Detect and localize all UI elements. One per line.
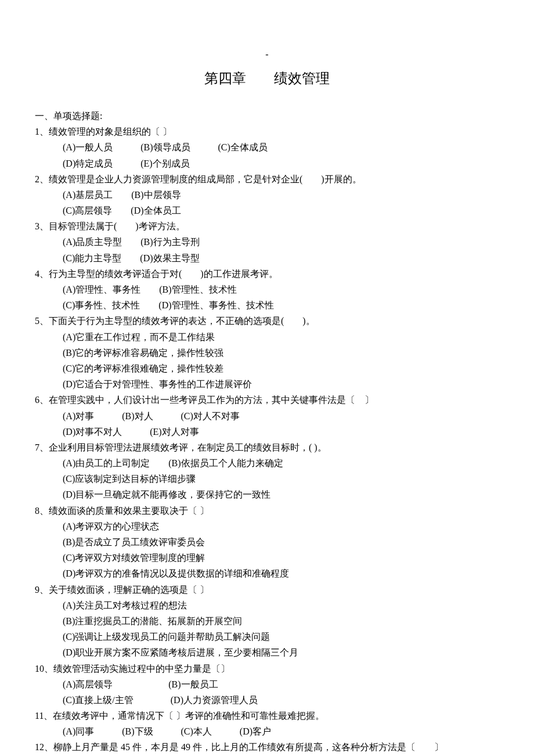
option-line: (C)直接上级/主管 (D)人力资源管理人员 bbox=[35, 692, 499, 708]
question-stem: 1、绩效管理的对象是组织的〔 〕 bbox=[35, 124, 499, 139]
option-line: (A)关注员工对考核过程的想法 bbox=[35, 597, 499, 613]
option-line: (D)对事不对人 (E)对人对事 bbox=[35, 424, 499, 440]
option-line: (A)一般人员 (B)领导成员 (C)全体成员 bbox=[35, 139, 499, 155]
chapter-title: 第四章 绩效管理 bbox=[35, 67, 499, 91]
option-line: (B)是否成立了员工绩效评审委员会 bbox=[35, 534, 499, 550]
section-heading: 一、单项选择题: bbox=[35, 108, 499, 124]
option-line: (A)管理性、事务性 (B)管理性、技术性 bbox=[35, 282, 499, 297]
option-line: (D)职业开展方案不应紧随考核后进展，至少要相隔三个月 bbox=[35, 645, 499, 660]
option-line: (A)它重在工作过程，而不是工作结果 bbox=[35, 329, 499, 345]
top-mark: - bbox=[35, 46, 499, 62]
option-line: (B)注重挖掘员工的潜能、拓展新的开展空间 bbox=[35, 613, 499, 629]
question-stem: 12、柳静上月产量是 45 件，本月是 49 件，比上月的工作绩效有所提高，这各… bbox=[35, 739, 499, 755]
option-line: (D)目标一旦确定就不能再修改，要保持它的一致性 bbox=[35, 487, 499, 502]
option-line: (A)基层员工 (B)中层领导 bbox=[35, 187, 499, 203]
option-line: (D)考评双方的准备情况以及提供数据的详细和准确程度 bbox=[35, 566, 499, 581]
question-stem: 6、在管理实践中，人们设计出一些考评员工作为的方法，其中关键事件法是〔 〕 bbox=[35, 392, 499, 408]
question-stem: 9、关于绩效面谈，理解正确的选项是〔 〕 bbox=[35, 582, 499, 597]
option-line: (C)强调让上级发现员工的问题并帮助员工解决问题 bbox=[35, 629, 499, 645]
question-list: 1、绩效管理的对象是组织的〔 〕(A)一般人员 (B)领导成员 (C)全体成员(… bbox=[35, 124, 499, 756]
question-stem: 7、企业利用目标管理法进展绩效考评，在制定员工的绩效目标时，( )。 bbox=[35, 440, 499, 455]
option-line: (A)考评双方的心理状态 bbox=[35, 519, 499, 534]
question-stem: 4、行为主导型的绩效考评适合于对( )的工作进展考评。 bbox=[35, 266, 499, 282]
option-line: (A)品质主导型 (B)行为主导刑 bbox=[35, 234, 499, 250]
option-line: (A)高层领导 (B)一般员工 bbox=[35, 676, 499, 692]
question-stem: 8、绩效面谈的质量和效果主要取决于〔 〕 bbox=[35, 503, 499, 519]
option-line: (C)考评双方对绩效管理制度的理解 bbox=[35, 550, 499, 566]
question-stem: 10、绩效管理活动实施过程中的中坚力量是〔〕 bbox=[35, 661, 499, 676]
question-stem: 11、在绩效考评中，通常情况下〔 〕考评的准确性和可靠性最难把握。 bbox=[35, 708, 499, 723]
option-line: (D)它适合于对管理性、事务性的工作进展评价 bbox=[35, 376, 499, 392]
option-line: (A)同事 (B)下级 (C)本人 (D)客户 bbox=[35, 723, 499, 739]
option-line: (C)高层领导 (D)全体员工 bbox=[35, 203, 499, 218]
option-line: (C)应该制定到达目标的详细步骤 bbox=[35, 471, 499, 487]
option-line: (C)事务性、技术性 (D)管理性、事务性、技术性 bbox=[35, 297, 499, 313]
option-line: (B)它的考评标准容易确定，操作性较强 bbox=[35, 345, 499, 361]
option-line: (D)特定成员 (E)个别成员 bbox=[35, 156, 499, 171]
option-line: (A)由员工的上司制定 (B)依据员工个人能力来确定 bbox=[35, 455, 499, 471]
question-stem: 2、绩效管理是企业人力资源管理制度的组成局部，它是针对企业( )开展的。 bbox=[35, 171, 499, 187]
option-line: (C)能力主导型 (D)效果主导型 bbox=[35, 250, 499, 266]
option-line: (C)它的考评标准很难确定，操作性较差 bbox=[35, 361, 499, 376]
option-line: (A)对事 (B)对人 (C)对人不对事 bbox=[35, 408, 499, 424]
question-stem: 3、目标管理法属于( )考评方法。 bbox=[35, 218, 499, 234]
question-stem: 5、下面关于行为主导型的绩效考评的表达，不正确的选项是( )。 bbox=[35, 313, 499, 329]
